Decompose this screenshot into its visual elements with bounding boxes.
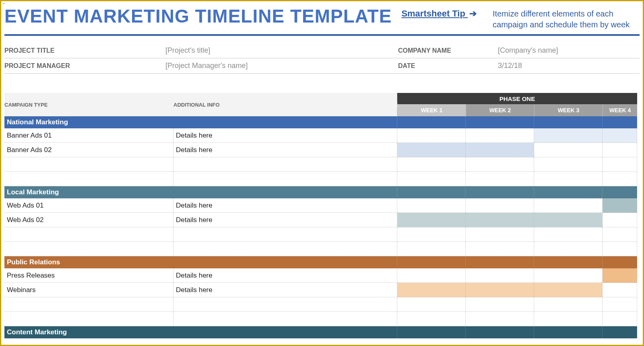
week-cell[interactable] [397, 312, 466, 326]
week-cell[interactable] [534, 283, 603, 297]
timeline-row [4, 172, 640, 186]
spreadsheet-template: ⌐ { "header": { "title": "EVENT MARKETIN… [0, 0, 644, 346]
week-cell[interactable] [534, 297, 603, 312]
timeline-row: Press ReleasesDetails here [4, 268, 640, 283]
info-cell[interactable]: Details here [173, 213, 397, 227]
week-cell[interactable] [603, 213, 637, 227]
week-cell[interactable] [397, 143, 466, 157]
tip-label: Smartsheet Tip [401, 8, 465, 19]
campaign-cell[interactable] [4, 172, 173, 186]
campaign-cell[interactable] [4, 312, 173, 326]
info-cell[interactable] [173, 312, 397, 326]
company-name-value[interactable]: [Company's name] [498, 46, 640, 55]
arrow-right-icon: ➔ [469, 8, 477, 19]
info-cell[interactable] [173, 297, 397, 312]
timeline-row [4, 227, 640, 242]
date-value[interactable]: 3/12/18 [498, 62, 640, 70]
week-cell[interactable] [466, 297, 534, 312]
week-cell[interactable] [603, 242, 637, 256]
timeline-row: Banner Ads 02Details here [4, 143, 640, 157]
week-cell[interactable] [534, 312, 603, 326]
info-cell[interactable]: Details here [173, 283, 397, 297]
week-cell[interactable] [466, 172, 534, 186]
info-cell[interactable]: Details here [173, 198, 397, 213]
timeline-row [4, 297, 640, 312]
week-cell[interactable] [534, 157, 603, 172]
campaign-cell[interactable]: Banner Ads 02 [4, 143, 173, 157]
week-cell[interactable] [603, 268, 637, 283]
campaign-cell[interactable]: Web Ads 01 [4, 198, 173, 213]
week-cell[interactable] [397, 172, 466, 186]
project-manager-label: PROJECT MANAGER [4, 62, 165, 70]
week-cell[interactable] [534, 128, 603, 143]
campaign-cell[interactable] [4, 297, 173, 312]
week-4-header: WEEK 4 [603, 104, 637, 116]
timeline-row: Web Ads 02Details here [4, 213, 640, 227]
campaign-cell[interactable]: Banner Ads 01 [4, 128, 173, 143]
week-cell[interactable] [397, 297, 466, 312]
week-cell[interactable] [603, 227, 637, 242]
page-title: EVENT MARKETING TIMELINE TEMPLATE [4, 5, 392, 27]
campaign-cell[interactable] [4, 227, 173, 242]
week-cell[interactable] [466, 128, 534, 143]
weeks-band: WEEK 1 WEEK 2 WEEK 3 WEEK 4 [4, 104, 640, 116]
week-cell[interactable] [603, 143, 637, 157]
timeline-row: Banner Ads 01Details here [4, 128, 640, 143]
week-cell[interactable] [466, 198, 534, 213]
week-cell[interactable] [534, 227, 603, 242]
week-cell[interactable] [603, 283, 637, 297]
info-cell[interactable] [173, 242, 397, 256]
section-header-cell [397, 116, 466, 128]
project-manager-value[interactable]: [Project Manager's name] [165, 62, 398, 70]
week-cell[interactable] [466, 268, 534, 283]
week-cell[interactable] [397, 268, 466, 283]
campaign-cell[interactable]: Webinars [4, 283, 173, 297]
campaign-cell[interactable] [4, 157, 173, 172]
info-cell[interactable] [173, 157, 397, 172]
week-cell[interactable] [466, 242, 534, 256]
section-title: Local Marketing [4, 186, 397, 198]
week-cell[interactable] [603, 198, 637, 213]
week-cell[interactable] [603, 128, 637, 143]
week-cell[interactable] [466, 283, 534, 297]
week-cell[interactable] [397, 213, 466, 227]
week-cell[interactable] [534, 143, 603, 157]
week-cell[interactable] [603, 157, 637, 172]
week-cell[interactable] [397, 198, 466, 213]
week-cell[interactable] [603, 297, 637, 312]
section-title: Content Marketing [4, 326, 397, 338]
week-cell[interactable] [466, 143, 534, 157]
smartsheet-tip-link[interactable]: Smartsheet Tip ➔ [401, 8, 477, 19]
week-cell[interactable] [466, 157, 534, 172]
week-cell[interactable] [466, 213, 534, 227]
campaign-cell[interactable] [4, 242, 173, 256]
phase-band: PHASE ONE [4, 93, 640, 104]
info-cell[interactable]: Details here [173, 128, 397, 143]
week-cell[interactable] [534, 213, 603, 227]
info-cell[interactable]: Details here [173, 143, 397, 157]
week-cell[interactable] [534, 172, 603, 186]
week-cell[interactable] [534, 242, 603, 256]
section-title: National Marketing [4, 116, 397, 128]
phase-label: PHASE ONE [397, 93, 637, 104]
campaign-cell[interactable]: Web Ads 02 [4, 213, 173, 227]
info-cell[interactable] [173, 227, 397, 242]
week-cell[interactable] [397, 128, 466, 143]
week-cell[interactable] [397, 283, 466, 297]
week-cell[interactable] [603, 172, 637, 186]
week-cell[interactable] [603, 312, 637, 326]
info-cell[interactable]: Details here [173, 268, 397, 283]
week-cell[interactable] [466, 312, 534, 326]
week-cell[interactable] [534, 198, 603, 213]
info-cell[interactable] [173, 172, 397, 186]
week-cell[interactable] [397, 227, 466, 242]
project-title-value[interactable]: [Project's title] [165, 46, 398, 55]
section-header-cell [466, 256, 534, 268]
week-cell[interactable] [466, 227, 534, 242]
week-cell[interactable] [397, 242, 466, 256]
section-header-cell [603, 256, 637, 268]
week-cell[interactable] [534, 268, 603, 283]
timeline-body: National MarketingBanner Ads 01Details h… [1, 116, 643, 338]
campaign-cell[interactable]: Press Releases [4, 268, 173, 283]
week-cell[interactable] [397, 157, 466, 172]
